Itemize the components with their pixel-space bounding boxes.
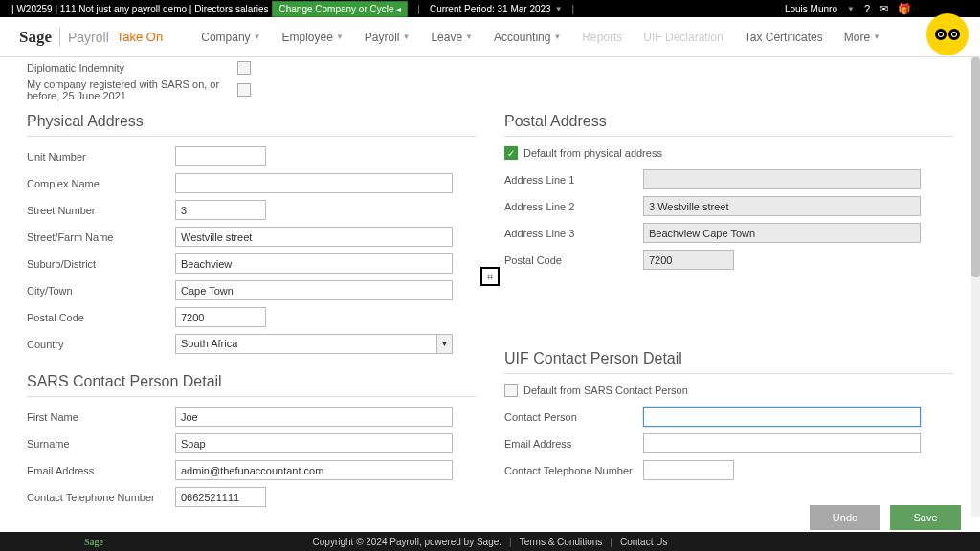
qr-icon[interactable]: ⌗	[480, 267, 500, 286]
uif-email-input[interactable]	[643, 433, 921, 453]
surname-label: Surname	[27, 438, 175, 450]
street-no-label: Street Number	[27, 205, 175, 216]
payroll-text: Payroll	[68, 30, 109, 45]
copyright: Copyright © 2024 Payroll, powered by Sag…	[313, 537, 501, 547]
complex-input[interactable]	[175, 173, 453, 193]
chevron-down-icon: ▼	[847, 5, 855, 13]
scrollbar[interactable]	[971, 57, 980, 517]
email-input[interactable]	[175, 460, 453, 480]
nav-payroll[interactable]: Payroll▼	[365, 31, 411, 44]
line3-input[interactable]	[643, 223, 921, 243]
unit-number-label: Unit Number	[27, 151, 175, 163]
street-no-input[interactable]	[175, 200, 266, 220]
user-name[interactable]: Louis Munro	[785, 4, 837, 14]
uif-title: UIF Contact Person Detail	[504, 342, 953, 374]
scrollbar-thumb[interactable]	[971, 57, 980, 277]
avatar[interactable]	[926, 13, 969, 55]
content: Diplomatic Indemnity My company register…	[0, 57, 980, 517]
street-name-input[interactable]	[175, 227, 453, 247]
right-column: Postal Address Default from physical add…	[504, 105, 953, 514]
phone-input[interactable]	[175, 487, 266, 507]
nav-tax-certificates[interactable]: Tax Certificates	[745, 31, 823, 44]
first-name-label: First Name	[27, 411, 175, 423]
session-text: | W20259 | 111 Not just any payroll demo…	[11, 4, 268, 14]
takeon-text: Take On	[117, 30, 163, 44]
postal-input[interactable]	[175, 307, 266, 327]
topbar: | W20259 | 111 Not just any payroll demo…	[0, 0, 980, 17]
line1-label: Address Line 1	[504, 174, 643, 186]
terms-link[interactable]: Terms & Conditions	[520, 537, 603, 547]
unit-number-input[interactable]	[175, 146, 266, 166]
default-sars-label: Default from SARS Contact Person	[523, 385, 688, 396]
nav-more[interactable]: More▼	[844, 31, 880, 44]
avatar-eye-icon	[935, 29, 947, 40]
suburb-input[interactable]	[175, 253, 453, 274]
chevron-down-icon: ▼	[336, 33, 344, 41]
separator: |	[572, 4, 575, 14]
city-input[interactable]	[175, 280, 453, 300]
sage-logo: Sage	[19, 28, 52, 47]
sage-footer-logo: Sage	[84, 537, 103, 547]
postal-code-input[interactable]	[643, 250, 734, 270]
uif-contact-label: Contact Person	[504, 411, 643, 423]
sars-reg-label: My company registered with SARS on, or b…	[27, 78, 237, 101]
nav-leave[interactable]: Leave▼	[431, 31, 473, 44]
default-sars-checkbox[interactable]	[504, 384, 518, 397]
avatar-eye-icon	[948, 29, 960, 40]
nav-uif-declaration: UIF Declaration	[643, 31, 723, 44]
surname-input[interactable]	[175, 433, 453, 453]
chevron-down-icon: ▼	[402, 33, 410, 41]
default-physical-checkbox[interactable]	[504, 146, 518, 160]
uif-phone-label: Contact Telephone Number	[504, 465, 643, 476]
nav-reports: Reports	[582, 31, 622, 44]
change-company-btn[interactable]: Change Company or Cycle ◂	[272, 1, 408, 17]
diplomatic-checkbox[interactable]	[237, 61, 251, 75]
street-name-label: Street/Farm Name	[27, 231, 175, 243]
bottombar: Sage Copyright © 2024 Payroll, powered b…	[0, 532, 980, 551]
chevron-down-icon: ▼	[465, 33, 473, 41]
sars-reg-checkbox[interactable]	[237, 83, 251, 97]
nav-accounting[interactable]: Accounting▼	[494, 31, 561, 44]
country-select[interactable]: South Africa ▼	[175, 334, 453, 354]
chevron-down-icon: ▼	[254, 33, 261, 41]
first-name-input[interactable]	[175, 407, 453, 427]
default-physical-label: Default from physical address	[523, 147, 662, 159]
diplomatic-label: Diplomatic Indemnity	[27, 62, 237, 74]
email-label: Email Address	[27, 465, 175, 476]
save-button[interactable]: Save	[890, 505, 961, 530]
phone-label: Contact Telephone Number	[27, 492, 175, 503]
nav-employee[interactable]: Employee▼	[282, 31, 344, 44]
help-icon[interactable]: ?	[864, 3, 870, 14]
country-value: South Africa	[175, 334, 437, 354]
navbar: Sage Payroll Take On Company▼Employee▼Pa…	[0, 17, 980, 57]
physical-title: Physical Address	[27, 105, 476, 137]
chevron-down-icon: ▼	[873, 33, 880, 41]
left-column: Physical Address Unit Number Complex Nam…	[27, 105, 476, 514]
line1-input[interactable]	[643, 169, 921, 189]
postal-title: Postal Address	[504, 105, 953, 137]
nav-company[interactable]: Company▼	[201, 31, 260, 44]
uif-contact-input[interactable]	[643, 407, 921, 427]
city-label: City/Town	[27, 285, 175, 297]
gift-icon[interactable]: 🎁	[898, 3, 911, 15]
complex-label: Complex Name	[27, 178, 175, 189]
contact-link[interactable]: Contact Us	[620, 537, 667, 547]
logo: Sage Payroll Take On	[19, 28, 163, 47]
line2-label: Address Line 2	[504, 201, 643, 212]
chevron-down-icon: ▼	[555, 5, 563, 13]
line3-label: Address Line 3	[504, 228, 643, 239]
current-period[interactable]: Current Period: 31 Mar 2023	[430, 4, 551, 14]
suburb-label: Suburb/District	[27, 258, 175, 270]
chevron-down-icon[interactable]: ▼	[437, 334, 453, 354]
chevron-down-icon: ▼	[553, 33, 561, 41]
uif-email-label: Email Address	[504, 438, 643, 450]
line2-input[interactable]	[643, 196, 921, 216]
sars-title: SARS Contact Person Detail	[27, 365, 476, 397]
undo-button[interactable]: Undo	[810, 505, 880, 530]
postal-code-label: Postal Code	[504, 254, 643, 266]
country-label: Country	[27, 339, 175, 350]
separator: |	[417, 4, 420, 14]
uif-phone-input[interactable]	[643, 460, 734, 480]
postal-label: Postal Code	[27, 312, 175, 323]
mail-icon[interactable]: ✉	[880, 3, 888, 15]
